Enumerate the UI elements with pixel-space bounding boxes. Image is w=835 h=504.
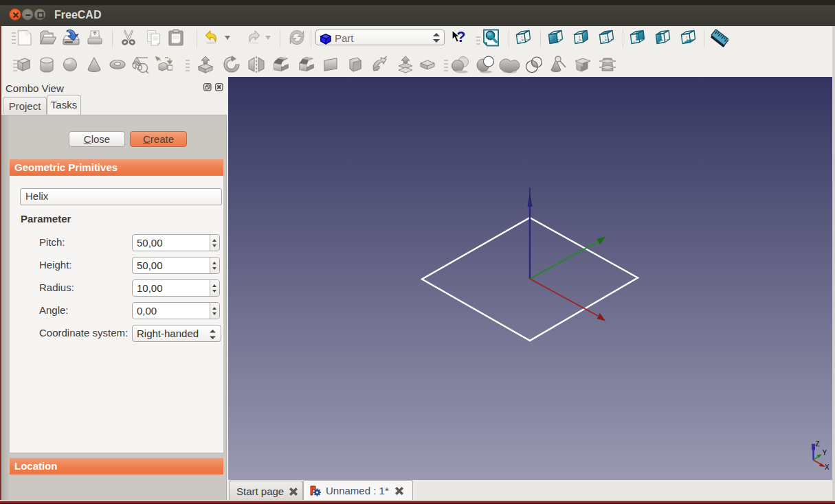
svg-text:Z: Z [816,440,820,448]
svg-text:X: X [825,463,830,471]
svg-text:Y: Y [823,449,827,457]
